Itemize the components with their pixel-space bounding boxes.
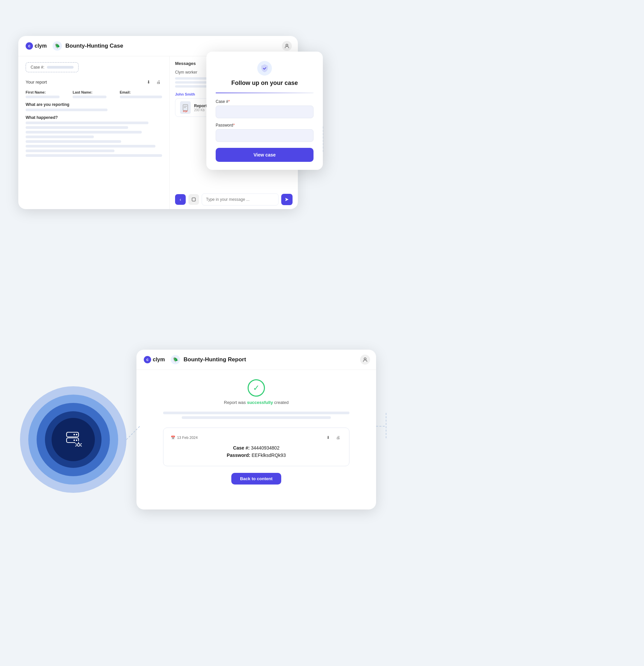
password-input[interactable] <box>216 129 314 142</box>
last-name-label: Last Name: <box>73 90 115 94</box>
case-number-value <box>47 66 74 69</box>
view-case-button[interactable]: View case <box>216 148 314 162</box>
card-download-btn[interactable]: ⬇ <box>324 434 332 441</box>
shield-circle <box>257 61 272 75</box>
download-icon[interactable]: ⬇ <box>145 78 152 86</box>
report-header: c clym 🪲 Bounty-Hunting Report <box>137 350 376 370</box>
password-form-label: Password* <box>216 123 314 127</box>
case-number-group: Case #* <box>216 99 314 118</box>
case-number-box: Case #: <box>25 62 78 72</box>
skel-bar-2 <box>182 416 331 419</box>
case-number-line: Case #: 34440934802 <box>171 445 342 451</box>
success-highlight: successfully <box>247 400 273 405</box>
name-email-row: First Name: Last Name: Email: <box>25 90 162 98</box>
report-panel: Case #: Your report ⬇ 🖨 First Name: Last… <box>18 56 170 209</box>
password-cred-label: Password: <box>227 453 250 458</box>
message-input-row: ‹ <box>175 190 292 206</box>
happened-ans8 <box>25 154 162 157</box>
case-number-input[interactable] <box>216 106 314 118</box>
report-title: Bounty-Hunting Report <box>183 356 246 363</box>
skeleton-bars <box>163 411 350 421</box>
case-number-form-label: Case #* <box>216 99 314 104</box>
clym-logo: c clym <box>25 42 47 50</box>
report-logo-letter: c <box>146 357 149 362</box>
circle-badge <box>20 386 126 493</box>
report-user-icon[interactable] <box>360 355 370 365</box>
svg-point-10 <box>364 358 366 360</box>
email-value <box>120 95 162 98</box>
success-text: Report was successfully created <box>224 400 289 405</box>
report-icon-row: ⬇ 🖨 <box>145 78 162 86</box>
svg-point-1 <box>76 434 77 435</box>
report-clym-logo: c clym <box>144 356 165 363</box>
popup-divider <box>216 92 314 93</box>
first-name-value <box>25 95 59 98</box>
happened-ans3 <box>25 131 142 134</box>
card-date-row: 📅 13 Feb 2024 ⬇ 🖨 <box>171 434 342 441</box>
report-title-area: 🪲 Bounty-Hunting Report <box>171 355 246 364</box>
happened-ans5 <box>25 140 121 143</box>
report-logo-text: clym <box>153 357 165 363</box>
card-print-btn[interactable]: 🖨 <box>335 434 342 441</box>
circle-ring-3 <box>37 403 110 476</box>
case-label: Case #: <box>31 65 44 70</box>
svg-point-5 <box>74 440 75 441</box>
report-body: ✓ Report was successfully created 📅 13 F… <box>137 370 376 494</box>
svg-rect-9 <box>192 198 195 201</box>
password-line: Password: EEFklksdRQk93 <box>171 453 342 458</box>
clym-c-icon: c <box>25 42 33 50</box>
case-number-cred-label: Case #: <box>233 445 250 451</box>
logo-letter: c <box>28 43 31 48</box>
skel-bar-1 <box>163 411 350 414</box>
credentials-card: 📅 13 Feb 2024 ⬇ 🖨 Case #: 34440934802 Pa… <box>163 427 350 466</box>
card-actions: ⬇ 🖨 <box>324 434 342 441</box>
email-field: Email: <box>120 90 162 98</box>
logo-text: clym <box>35 43 47 49</box>
happened-ans6 <box>25 145 156 147</box>
sender-name: John Smith <box>175 92 195 96</box>
print-icon[interactable]: 🖨 <box>155 78 162 86</box>
success-prefix: Report was <box>224 400 247 405</box>
svg-point-4 <box>76 440 77 441</box>
happened-ans7 <box>25 150 114 152</box>
success-suffix: created <box>273 400 289 405</box>
case-number-cred-value: 34440934802 <box>251 445 280 451</box>
report-tablet: c clym 🪲 Bounty-Hunting Report ✓ Report … <box>137 350 376 509</box>
last-name-field: Last Name: <box>73 90 115 98</box>
email-label: Email: <box>120 90 162 94</box>
password-cred-value: EEFklksdRQk93 <box>252 453 286 458</box>
success-icon: ✓ <box>248 379 265 397</box>
reporting-question: What are you reporting <box>25 102 162 107</box>
last-name-value <box>73 95 107 98</box>
user-icon-button[interactable] <box>282 41 292 51</box>
badge-inner-icon <box>52 418 95 461</box>
back-to-content-button[interactable]: Back to content <box>231 473 281 485</box>
title-bug-icon: 🪲 <box>53 41 62 51</box>
attach-button[interactable] <box>189 194 199 205</box>
popup-shield-area <box>216 61 314 75</box>
report-section-title: Your report <box>25 80 47 85</box>
case-credentials: Case #: 34440934802 Password: EEFklksdRQ… <box>171 445 342 458</box>
report-logo-icon: c <box>144 356 151 363</box>
circle-ring-2 <box>28 395 118 485</box>
report-section-header: Your report ⬇ 🖨 <box>25 78 162 86</box>
first-name-field: First Name: <box>25 90 68 98</box>
password-group: Password* <box>216 123 314 142</box>
report-title-icon: 🪲 <box>171 355 180 364</box>
send-button[interactable] <box>281 194 292 205</box>
pdf-icon <box>180 101 191 114</box>
happened-ans2 <box>25 126 128 129</box>
date-value: 13 Feb 2024 <box>177 436 198 440</box>
svg-point-7 <box>286 44 288 46</box>
popup-title: Follow up on your case <box>216 80 314 87</box>
happened-question: What happened? <box>25 115 162 120</box>
tablet-title-area: 🪲 Bounty-Hunting Case <box>53 41 123 51</box>
circle-ring-4 <box>45 411 102 468</box>
happened-ans4 <box>25 136 94 138</box>
svg-point-2 <box>74 434 75 435</box>
happened-ans1 <box>25 122 148 124</box>
message-input[interactable] <box>202 193 279 206</box>
first-name-label: First Name: <box>25 90 68 94</box>
card-date: 📅 13 Feb 2024 <box>171 436 198 440</box>
message-nav-button[interactable]: ‹ <box>175 194 186 205</box>
